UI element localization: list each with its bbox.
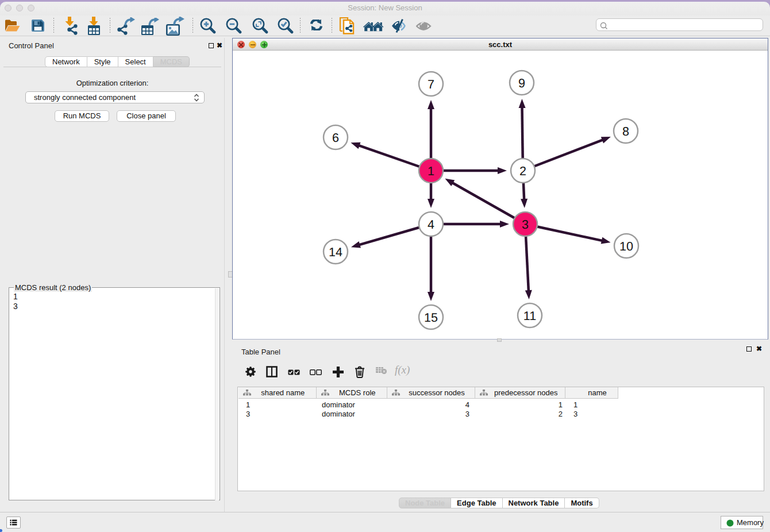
- svg-text:4: 4: [428, 218, 434, 232]
- svg-text:14: 14: [329, 245, 342, 259]
- svg-text:9: 9: [518, 76, 525, 90]
- svg-text:6: 6: [332, 131, 339, 145]
- svg-text:15: 15: [424, 311, 438, 325]
- svg-text:3: 3: [522, 218, 529, 232]
- svg-text:2: 2: [519, 164, 526, 178]
- svg-text:1: 1: [428, 164, 434, 178]
- svg-text:10: 10: [619, 240, 633, 253]
- svg-text:8: 8: [622, 125, 629, 138]
- svg-text:7: 7: [428, 78, 434, 91]
- svg-text:11: 11: [523, 309, 536, 323]
